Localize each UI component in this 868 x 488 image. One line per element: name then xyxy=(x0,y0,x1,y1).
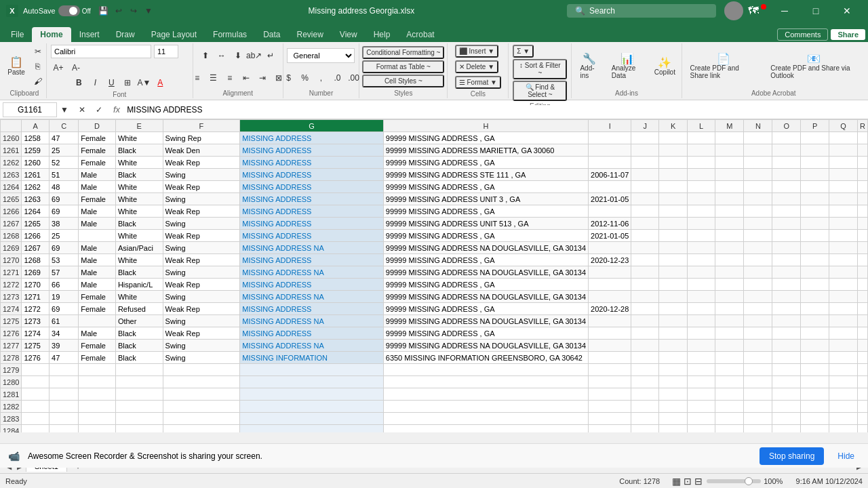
cell-empty[interactable] xyxy=(744,144,772,157)
cell-empty[interactable] xyxy=(801,181,829,193)
col-header-R[interactable]: R xyxy=(858,120,868,132)
col-header-C[interactable]: C xyxy=(50,120,79,132)
cell-empty[interactable] xyxy=(715,132,744,144)
cell-F[interactable]: Weak Rep xyxy=(163,279,240,291)
cell-empty[interactable] xyxy=(631,144,659,157)
customize-button[interactable]: ▼ xyxy=(141,4,156,18)
cell-empty[interactable] xyxy=(631,291,659,303)
cell-empty[interactable] xyxy=(744,291,772,303)
tab-data[interactable]: Data xyxy=(255,27,288,42)
cell-empty[interactable] xyxy=(772,169,801,181)
cell-empty[interactable] xyxy=(659,352,688,364)
cell-empty[interactable] xyxy=(659,242,688,254)
border-button[interactable]: ⊞ xyxy=(120,76,135,89)
cell-F[interactable]: Swing xyxy=(163,266,240,279)
cell-empty[interactable] xyxy=(801,291,829,303)
row-header[interactable]: 1279 xyxy=(1,364,22,376)
cell-empty[interactable] xyxy=(772,364,801,376)
row-header[interactable]: 1267 xyxy=(1,218,22,230)
cell-empty[interactable] xyxy=(858,352,868,364)
cell-G[interactable]: MISSING ADDRESS xyxy=(240,254,383,266)
cell-F[interactable]: Weak Rep xyxy=(163,303,240,315)
cell-empty[interactable] xyxy=(631,169,659,181)
cell-empty[interactable] xyxy=(858,132,868,144)
cell-empty[interactable] xyxy=(772,340,801,352)
cell-G[interactable]: MISSING ADDRESS xyxy=(240,157,383,169)
cell-H[interactable]: 99999 MISSING ADDRESS , GA xyxy=(383,132,588,144)
cell-empty[interactable] xyxy=(829,157,857,169)
decrease-font-button[interactable]: A- xyxy=(68,61,83,75)
cell-G[interactable] xyxy=(240,364,383,376)
cell-E[interactable] xyxy=(115,376,163,388)
cell-empty[interactable] xyxy=(631,266,659,279)
cell-empty[interactable] xyxy=(688,291,715,303)
stop-sharing-button[interactable]: Stop sharing xyxy=(760,447,824,465)
minimize-button[interactable]: ─ xyxy=(769,0,800,22)
cell-H[interactable]: 99999 MISSING ADDRESS NA DOUGLASVILLE, G… xyxy=(383,266,588,279)
wrap-text-button[interactable]: ↵ xyxy=(263,49,278,62)
cell-empty[interactable] xyxy=(744,181,772,193)
cell-empty[interactable] xyxy=(801,352,829,364)
cell-empty[interactable] xyxy=(772,181,801,193)
col-header-F[interactable]: F xyxy=(163,120,240,132)
align-right-button[interactable]: ≡ xyxy=(222,71,237,85)
cell-empty[interactable] xyxy=(688,157,715,169)
cell-F[interactable] xyxy=(163,364,240,376)
cell-A[interactable] xyxy=(22,413,50,425)
cell-I[interactable] xyxy=(589,401,631,413)
row-header[interactable]: 1275 xyxy=(1,315,22,327)
cell-empty[interactable] xyxy=(631,388,659,401)
cell-empty[interactable] xyxy=(772,425,801,433)
cell-F[interactable]: Weak Rep xyxy=(163,254,240,266)
cell-D[interactable]: Female xyxy=(79,193,116,205)
cell-empty[interactable] xyxy=(744,242,772,254)
cell-A[interactable]: 1261 xyxy=(22,169,50,181)
cell-D[interactable]: Male xyxy=(79,205,116,218)
cell-empty[interactable] xyxy=(688,388,715,401)
hide-button[interactable]: Hide xyxy=(832,447,860,465)
cell-G[interactable] xyxy=(240,425,383,433)
cell-empty[interactable] xyxy=(772,157,801,169)
cell-C[interactable]: 69 xyxy=(50,303,79,315)
format-cells-button[interactable]: ☰ Format ▼ xyxy=(455,76,501,89)
cell-C[interactable]: 57 xyxy=(50,266,79,279)
cell-E[interactable]: White xyxy=(115,230,163,242)
align-middle-button[interactable]: ↔ xyxy=(214,49,229,62)
cell-H[interactable]: 99999 MISSING ADDRESS , GA xyxy=(383,279,588,291)
cell-empty[interactable] xyxy=(858,327,868,340)
cell-empty[interactable] xyxy=(715,279,744,291)
cell-G[interactable]: MISSING ADDRESS xyxy=(240,169,383,181)
autosum-button[interactable]: Σ ▼ xyxy=(513,45,534,58)
cell-empty[interactable] xyxy=(744,315,772,327)
row-header[interactable]: 1284 xyxy=(1,425,22,433)
cell-I[interactable] xyxy=(589,144,631,157)
cell-empty[interactable] xyxy=(801,401,829,413)
cell-empty[interactable] xyxy=(744,364,772,376)
cell-empty[interactable] xyxy=(858,388,868,401)
cell-D[interactable] xyxy=(79,364,116,376)
cell-F[interactable]: Weak Rep xyxy=(163,230,240,242)
cell-G[interactable]: MISSING ADDRESS xyxy=(240,181,383,193)
cell-empty[interactable] xyxy=(829,340,857,352)
row-header[interactable]: 1278 xyxy=(1,352,22,364)
cell-empty[interactable] xyxy=(688,218,715,230)
cell-C[interactable] xyxy=(50,401,79,413)
cell-empty[interactable] xyxy=(715,144,744,157)
cell-F[interactable] xyxy=(163,376,240,388)
cell-I[interactable] xyxy=(589,157,631,169)
cell-empty[interactable] xyxy=(772,193,801,205)
cell-C[interactable]: 61 xyxy=(50,315,79,327)
cell-empty[interactable] xyxy=(829,413,857,425)
cell-D[interactable] xyxy=(79,413,116,425)
cell-empty[interactable] xyxy=(744,132,772,144)
cell-empty[interactable] xyxy=(801,413,829,425)
col-header-O[interactable]: O xyxy=(772,120,801,132)
cell-E[interactable]: Black xyxy=(115,169,163,181)
cell-empty[interactable] xyxy=(659,388,688,401)
cell-empty[interactable] xyxy=(659,193,688,205)
cell-I[interactable] xyxy=(589,266,631,279)
page-layout-view-button[interactable]: ⊡ xyxy=(682,476,693,487)
cell-empty[interactable] xyxy=(659,230,688,242)
row-header[interactable]: 1262 xyxy=(1,157,22,169)
cell-I[interactable] xyxy=(589,413,631,425)
